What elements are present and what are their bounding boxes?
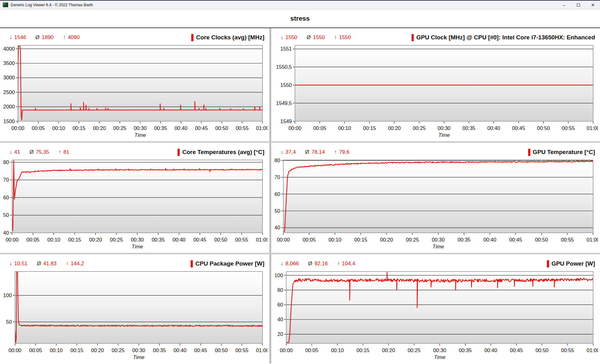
- svg-text:01:00: 01:00: [256, 347, 268, 353]
- stat-avg: 1550: [313, 34, 325, 41]
- series-color-marker: [528, 149, 530, 156]
- svg-text:00:10: 00:10: [338, 125, 351, 131]
- svg-text:00:35: 00:35: [458, 237, 470, 242]
- svg-text:00:30: 00:30: [438, 125, 450, 131]
- svg-text:Time: Time: [132, 244, 143, 249]
- svg-text:00:45: 00:45: [194, 347, 207, 353]
- svg-text:00:05: 00:05: [32, 125, 45, 131]
- min-arrow-icon: ↓: [281, 34, 283, 41]
- svg-text:40: 40: [278, 317, 283, 322]
- stat-max: 81: [63, 149, 69, 155]
- svg-text:00:35: 00:35: [152, 237, 164, 242]
- stat-max: 79,6: [339, 149, 349, 155]
- svg-text:60: 60: [274, 191, 280, 197]
- svg-text:00:50: 00:50: [215, 347, 228, 353]
- chart-plot-gpu-power[interactable]: 2040608010000:0000:0500:1000:1500:2000:2…: [272, 269, 598, 361]
- max-arrow-icon: ↑: [334, 149, 337, 155]
- svg-text:00:50: 00:50: [214, 237, 227, 242]
- min-arrow-icon: ↓: [9, 149, 12, 155]
- svg-text:70: 70: [274, 174, 280, 180]
- svg-text:00:40: 00:40: [483, 237, 496, 242]
- series-color-marker: [191, 34, 193, 41]
- chart-panel-core-clocks: ↓1546 Ø1890 ↑4090 Core Clocks (avg) [MHz…: [0, 28, 269, 141]
- svg-text:00:25: 00:25: [112, 347, 124, 353]
- stat-max: 104,4: [342, 261, 355, 267]
- svg-text:60: 60: [278, 302, 283, 307]
- svg-text:00:30: 00:30: [432, 237, 445, 242]
- max-arrow-icon: ↑: [63, 34, 66, 41]
- chart-plot-core-clocks[interactable]: 15002000250030003500400000:0000:0500:100…: [1, 43, 268, 139]
- maximize-button[interactable]: [571, 1, 586, 9]
- stat-avg: 41,83: [43, 261, 57, 267]
- chart-title: GPU Clock [MHz] @ CPU [#0]: Intel Core i…: [416, 34, 595, 41]
- maximize-icon: [577, 3, 580, 7]
- chart-stats: ↓41 Ø75,35 ↑81: [9, 149, 69, 155]
- svg-text:00:25: 00:25: [113, 125, 126, 131]
- svg-text:01:00: 01:00: [587, 347, 598, 353]
- svg-text:00:20: 00:20: [89, 237, 102, 242]
- svg-text:00:20: 00:20: [91, 347, 104, 353]
- svg-text:00:15: 00:15: [357, 347, 369, 353]
- stat-max: 1550: [339, 34, 351, 41]
- svg-text:00:25: 00:25: [408, 347, 420, 353]
- svg-text:00:55: 00:55: [561, 347, 574, 353]
- svg-text:00:45: 00:45: [509, 237, 522, 242]
- page-title: stress: [290, 15, 310, 22]
- chart-plot-core-temperatures[interactable]: 405060708000:0000:0500:1000:1500:2000:25…: [1, 158, 268, 250]
- svg-text:80: 80: [274, 158, 280, 163]
- chart-stats: ↓1546 Ø1890 ↑4090: [9, 34, 80, 41]
- svg-text:100: 100: [274, 272, 283, 278]
- close-button[interactable]: ✕: [586, 1, 600, 9]
- svg-text:00:00: 00:00: [12, 125, 24, 131]
- svg-text:00:15: 00:15: [72, 125, 85, 131]
- svg-text:00:05: 00:05: [303, 237, 316, 242]
- svg-text:00:00: 00:00: [280, 347, 292, 353]
- svg-text:00:00: 00:00: [277, 237, 290, 242]
- chart-stats: ↓8,066 Ø92,16 ↑104,4: [281, 261, 355, 267]
- svg-text:00:15: 00:15: [68, 237, 81, 242]
- chart-panel-gpu-temperature: ↓37,4 Ø78,14 ↑79,6 GPU Temperature [°C] …: [271, 143, 600, 253]
- svg-text:00:40: 00:40: [174, 125, 187, 131]
- series-color-marker: [191, 260, 193, 267]
- stat-avg: 78,14: [312, 149, 325, 155]
- svg-text:00:00: 00:00: [6, 237, 18, 242]
- svg-text:01:00: 01:00: [256, 237, 268, 242]
- minimize-button[interactable]: –: [557, 1, 571, 9]
- svg-text:00:50: 00:50: [535, 237, 548, 242]
- svg-text:00:35: 00:35: [462, 125, 475, 131]
- svg-text:20: 20: [278, 331, 283, 337]
- chart-plot-gpu-temperature[interactable]: 405060708000:0000:0500:1000:1500:2000:25…: [272, 158, 598, 250]
- svg-text:00:45: 00:45: [193, 237, 206, 242]
- svg-text:01:00: 01:00: [256, 125, 268, 131]
- chart-panel-gpu-power: ↓8,066 Ø92,16 ↑104,4 GPU Power [W] 20406…: [271, 254, 600, 363]
- svg-text:00:30: 00:30: [134, 125, 147, 131]
- min-arrow-icon: ↓: [9, 34, 12, 41]
- svg-text:00:20: 00:20: [388, 125, 401, 131]
- stat-min: 37,4: [286, 149, 296, 155]
- svg-text:00:05: 00:05: [27, 237, 39, 242]
- svg-text:3000: 3000: [3, 75, 15, 80]
- chart-plot-gpu-clock[interactable]: 15491549,515501550,5155100:0000:0500:100…: [272, 43, 598, 139]
- svg-text:40: 40: [3, 230, 9, 236]
- app-icon: [3, 2, 8, 7]
- svg-text:00:50: 00:50: [537, 125, 550, 131]
- svg-text:00:25: 00:25: [110, 237, 123, 242]
- svg-text:00:15: 00:15: [363, 125, 376, 131]
- svg-text:00:50: 00:50: [536, 347, 548, 353]
- chart-plot-cpu-package-power[interactable]: 5010000:0000:0500:1000:1500:2000:2500:30…: [1, 269, 268, 361]
- svg-text:00:20: 00:20: [382, 347, 395, 353]
- svg-text:1549,5: 1549,5: [276, 100, 292, 106]
- svg-text:50: 50: [3, 212, 9, 218]
- svg-text:00:20: 00:20: [93, 125, 106, 131]
- series-color-marker: [412, 34, 414, 41]
- svg-text:00:35: 00:35: [459, 347, 472, 353]
- chart-stats: ↓37,4 Ø78,14 ↑79,6: [281, 149, 349, 155]
- avg-icon: Ø: [308, 261, 312, 267]
- chart-title: GPU Power [W]: [552, 260, 595, 267]
- svg-text:Time: Time: [133, 354, 145, 360]
- min-arrow-icon: ↓: [9, 261, 12, 267]
- svg-text:1500: 1500: [3, 118, 15, 124]
- svg-text:2000: 2000: [3, 104, 15, 109]
- svg-text:Time: Time: [432, 244, 444, 249]
- avg-icon: Ø: [305, 149, 309, 155]
